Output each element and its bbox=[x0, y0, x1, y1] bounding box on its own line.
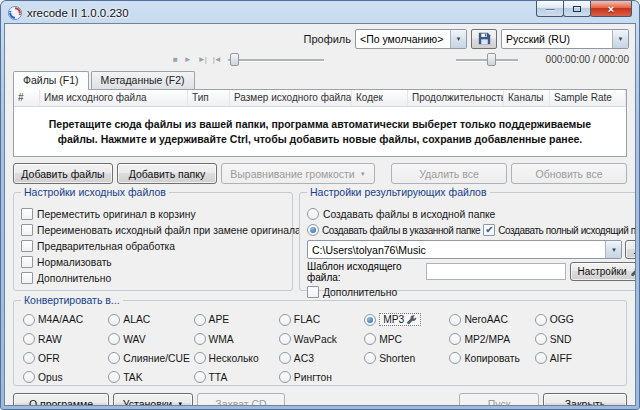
options-button[interactable]: Установки ▼ bbox=[113, 393, 193, 406]
checkbox-source-advanced[interactable] bbox=[21, 272, 33, 284]
radio-tta[interactable] bbox=[194, 371, 206, 383]
output-path-select[interactable]: C:\Users\tolyan76\Music ▼ bbox=[307, 240, 622, 259]
format-neroaac[interactable]: NeroAAC bbox=[449, 313, 534, 326]
radio-ofr[interactable] bbox=[23, 352, 35, 364]
prev-track-icon[interactable]: |◄ bbox=[213, 55, 221, 64]
format-wavpack[interactable]: WavPack bbox=[279, 333, 364, 345]
option-move-to-recycle[interactable]: Переместить оригинал в корзину bbox=[21, 206, 287, 222]
option-preprocess[interactable]: Предварительная обработка bbox=[21, 238, 287, 254]
format-shorten[interactable]: Shorten bbox=[364, 352, 449, 364]
format-ogg[interactable]: OGG bbox=[535, 313, 620, 326]
option-output-advanced[interactable]: Дополнительно bbox=[307, 284, 636, 300]
file-drop-area[interactable]: Перетащите сюда файлы из вашей папки, пр… bbox=[14, 107, 626, 156]
radio-aiff[interactable] bbox=[535, 352, 547, 364]
format-multiple[interactable]: Несколько bbox=[194, 352, 279, 364]
radio-merge-cue[interactable] bbox=[108, 352, 120, 364]
format-settings-button[interactable]: Настройки bbox=[570, 262, 636, 281]
stop-icon[interactable]: ■ bbox=[173, 55, 177, 64]
radio-mp3[interactable] bbox=[364, 314, 376, 326]
chevron-down-icon[interactable]: ▼ bbox=[605, 241, 621, 258]
column-duration[interactable]: Продолжительность bbox=[408, 90, 504, 106]
radio-wav[interactable] bbox=[108, 333, 120, 345]
close-button[interactable]: Закрыть bbox=[543, 393, 627, 406]
option-create-in-specified[interactable]: Создавать файлы в указанной папке Создав… bbox=[307, 222, 636, 238]
checkbox-preprocess[interactable] bbox=[21, 240, 33, 252]
seek-slider[interactable] bbox=[228, 53, 324, 66]
close-icon[interactable]: × bbox=[590, 1, 632, 17]
add-folder-button[interactable]: Добавить папку bbox=[117, 163, 217, 184]
radio-wma[interactable] bbox=[194, 333, 206, 345]
format-tta[interactable]: TTA bbox=[194, 371, 279, 383]
about-button[interactable]: О программе bbox=[13, 393, 109, 406]
browse-button[interactable]: ... bbox=[625, 240, 636, 259]
titlebar[interactable]: xrecode II 1.0.0.230 — × bbox=[4, 1, 636, 23]
format-mp2-mpa[interactable]: MP2/MPA bbox=[449, 333, 534, 345]
format-wav[interactable]: WAV bbox=[108, 333, 193, 345]
format-snd[interactable]: SND bbox=[535, 333, 620, 345]
radio-create-in-source[interactable] bbox=[307, 208, 319, 220]
radio-wavpack[interactable] bbox=[279, 333, 291, 345]
checkbox-normalize[interactable] bbox=[21, 256, 33, 268]
language-select[interactable]: Русский (RU) ▼ bbox=[501, 29, 629, 49]
column-codec[interactable]: Кодек bbox=[352, 90, 408, 106]
format-tak[interactable]: TAK bbox=[108, 371, 193, 383]
format-ofr[interactable]: OFR bbox=[23, 352, 108, 364]
format-merge-cue[interactable]: Слияние/CUE bbox=[108, 352, 193, 364]
add-files-button[interactable]: Добавить файлы bbox=[13, 163, 113, 184]
option-create-in-source[interactable]: Создавать файлы в исходной папке bbox=[307, 206, 636, 222]
tab-metadata[interactable]: Метаданные (F2) bbox=[91, 71, 195, 89]
radio-ringtone[interactable] bbox=[279, 371, 291, 383]
format-wma[interactable]: WMA bbox=[194, 333, 279, 345]
column-channels[interactable]: Каналы bbox=[504, 90, 550, 106]
radio-multiple[interactable] bbox=[194, 352, 206, 364]
format-aiff[interactable]: AIFF bbox=[535, 352, 620, 364]
radio-neroaac[interactable] bbox=[449, 314, 461, 326]
next-track-icon[interactable]: ►| bbox=[198, 55, 206, 64]
format-flac[interactable]: FLAC bbox=[279, 313, 364, 326]
format-copy[interactable]: Копировать bbox=[449, 352, 534, 364]
format-mp3[interactable]: MP3 bbox=[364, 313, 449, 326]
format-ac3[interactable]: AC3 bbox=[279, 352, 364, 364]
checkbox-output-advanced[interactable] bbox=[307, 286, 319, 298]
column-source-size[interactable]: Размер исходного файла bbox=[230, 90, 352, 106]
checkbox-full-output-path[interactable] bbox=[483, 224, 495, 236]
radio-raw[interactable] bbox=[23, 333, 35, 345]
template-input[interactable] bbox=[426, 263, 566, 280]
radio-mpc[interactable] bbox=[364, 333, 376, 345]
option-normalize[interactable]: Нормализовать bbox=[21, 254, 287, 270]
format-ringtone[interactable]: Рингтон bbox=[279, 371, 364, 383]
column-sample-rate[interactable]: Sample Rate bbox=[550, 90, 626, 106]
column-number[interactable]: # bbox=[14, 90, 40, 106]
minimize-icon[interactable]: — bbox=[536, 1, 564, 17]
radio-ogg[interactable] bbox=[535, 314, 547, 326]
radio-ac3[interactable] bbox=[279, 352, 291, 364]
save-profile-button[interactable] bbox=[471, 29, 497, 49]
volume-thumb[interactable] bbox=[487, 53, 496, 66]
play-icon[interactable]: ► bbox=[184, 55, 191, 64]
format-mp3-selected-box[interactable]: MP3 bbox=[379, 313, 421, 326]
format-m4a-aac[interactable]: M4A/AAC bbox=[23, 313, 108, 326]
column-source-name[interactable]: Имя исходного файла bbox=[40, 90, 188, 106]
option-rename-on-replace[interactable]: Переименовать исходный файл при замене о… bbox=[21, 222, 287, 238]
radio-alac[interactable] bbox=[108, 314, 120, 326]
radio-snd[interactable] bbox=[535, 333, 547, 345]
radio-ape[interactable] bbox=[194, 314, 206, 326]
tab-files[interactable]: Файлы (F1) bbox=[13, 71, 89, 90]
wrench-icon[interactable] bbox=[407, 315, 417, 325]
format-alac[interactable]: ALAC bbox=[108, 313, 193, 326]
radio-tak[interactable] bbox=[108, 371, 120, 383]
format-mpc[interactable]: MPC bbox=[364, 333, 449, 345]
radio-create-in-specified[interactable] bbox=[307, 224, 319, 236]
format-raw[interactable]: RAW bbox=[23, 333, 108, 345]
radio-opus[interactable] bbox=[23, 371, 35, 383]
checkbox-rename-on-replace[interactable] bbox=[21, 224, 33, 236]
profile-select[interactable]: <По умолчанию> ▼ bbox=[355, 29, 467, 49]
option-source-advanced[interactable]: Дополнительно bbox=[21, 270, 287, 286]
radio-flac[interactable] bbox=[279, 314, 291, 326]
column-type[interactable]: Тип bbox=[188, 90, 230, 106]
format-opus[interactable]: Opus bbox=[23, 371, 108, 383]
maximize-icon[interactable] bbox=[563, 1, 591, 17]
seek-thumb[interactable] bbox=[230, 53, 239, 66]
chevron-down-icon[interactable]: ▼ bbox=[612, 30, 628, 48]
radio-mp2-mpa[interactable] bbox=[449, 333, 461, 345]
